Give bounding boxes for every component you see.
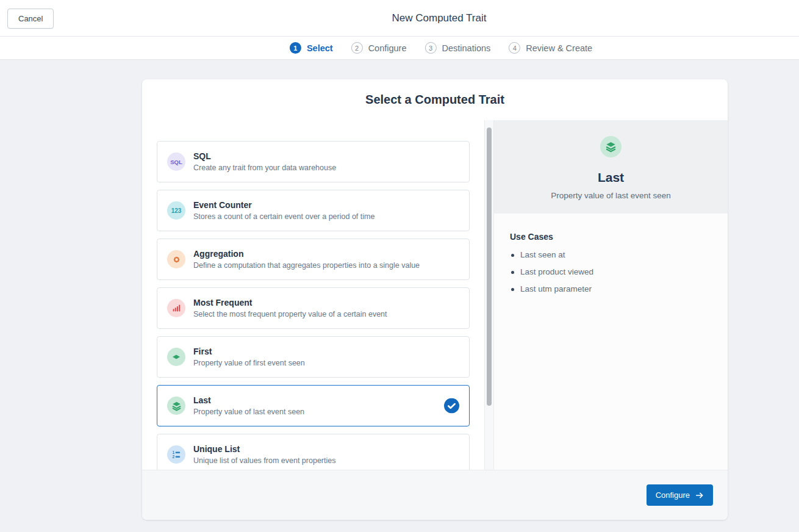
stepper-bar: 1 Select 2 Configure 3 Destinations 4 Re… xyxy=(0,37,799,60)
cancel-button[interactable]: Cancel xyxy=(7,9,54,29)
step-3-label: Destinations xyxy=(442,43,491,53)
trait-description: Stores a count of a certain event over a… xyxy=(193,212,374,221)
step-destinations[interactable]: 3 Destinations xyxy=(425,42,491,54)
step-configure[interactable]: 2 Configure xyxy=(351,42,407,54)
computed-trait-card: Select a Computed Trait SQL SQL Create a… xyxy=(142,79,728,520)
step-3-circle: 3 xyxy=(425,42,437,54)
trait-description: Create any trait from your data warehous… xyxy=(193,164,336,172)
number-123-icon: 123 xyxy=(167,201,185,220)
trait-title: Aggregation xyxy=(193,249,420,259)
layers-icon xyxy=(600,136,622,157)
trait-title: Most Frequent xyxy=(193,298,387,307)
layers-icon xyxy=(167,397,185,415)
list-scrollbar-thumb[interactable] xyxy=(487,128,492,406)
trait-title: Unique List xyxy=(193,444,335,454)
use-case-item: Last product viewed xyxy=(510,267,713,276)
selected-check-icon xyxy=(444,398,459,414)
svg-text:1: 1 xyxy=(173,450,175,455)
trait-detail-panel: Last Property value of last event seen U… xyxy=(494,120,728,470)
card-footer: Configure xyxy=(142,470,728,520)
svg-text:2: 2 xyxy=(173,455,175,459)
configure-button-label: Configure xyxy=(656,491,690,500)
step-review-create[interactable]: 4 Review & Create xyxy=(509,42,592,54)
step-4-label: Review & Create xyxy=(526,43,592,53)
step-2-label: Configure xyxy=(368,43,407,53)
trait-title: First xyxy=(193,347,305,356)
trait-detail-header: Last Property value of last event seen xyxy=(494,120,728,214)
detail-subtitle: Property value of last event seen xyxy=(551,191,671,200)
trait-description: Property value of last event seen xyxy=(193,408,304,416)
stepper: 1 Select 2 Configure 3 Destinations 4 Re… xyxy=(290,42,592,54)
use-cases-section: Use Cases Last seen at Last product view… xyxy=(494,214,728,470)
card-body: SQL SQL Create any trait from your data … xyxy=(142,120,728,470)
arrow-right-icon xyxy=(695,491,704,500)
use-cases-list: Last seen at Last product viewed Last ut… xyxy=(510,250,713,293)
trait-item-aggregation[interactable]: Aggregation Define a computation that ag… xyxy=(157,239,470,280)
use-case-item: Last seen at xyxy=(510,250,713,259)
configure-button[interactable]: Configure xyxy=(647,484,713,506)
trait-title: SQL xyxy=(193,151,336,161)
trait-title: Last xyxy=(193,395,304,405)
trait-list: SQL SQL Create any trait from your data … xyxy=(142,120,484,470)
numbered-list-icon: 1 2 xyxy=(167,445,185,464)
bar-chart-icon xyxy=(167,299,185,317)
trait-item-most-frequent[interactable]: Most Frequent Select the most frequent p… xyxy=(157,287,470,329)
use-cases-heading: Use Cases xyxy=(510,232,713,242)
top-header-bar: Cancel New Computed Trait xyxy=(0,0,799,37)
list-scrollbar-track[interactable] xyxy=(484,120,494,470)
sql-badge-icon: SQL xyxy=(167,153,185,171)
trait-item-sql[interactable]: SQL SQL Create any trait from your data … xyxy=(157,141,470,182)
step-1-label: Select xyxy=(307,43,333,53)
card-title: Select a Computed Trait xyxy=(142,79,728,120)
step-1-circle: 1 xyxy=(290,42,301,54)
trait-item-event-counter[interactable]: 123 Event Counter Stores a count of a ce… xyxy=(157,190,470,231)
trait-description: Define a computation that aggregates pro… xyxy=(193,261,420,270)
trait-item-last[interactable]: Last Property value of last event seen xyxy=(157,385,470,426)
trait-title: Event Counter xyxy=(193,200,374,210)
page-title: New Computed Trait xyxy=(392,12,487,24)
trait-description: Property value of first event seen xyxy=(193,359,305,367)
step-2-circle: 2 xyxy=(351,42,363,54)
trait-description: Unique list of values from event propert… xyxy=(193,456,335,465)
trait-item-unique-list[interactable]: 1 2 Unique List Unique list of values fr… xyxy=(157,434,470,470)
step-4-circle: 4 xyxy=(509,42,520,54)
gear-icon xyxy=(167,250,185,268)
use-case-item: Last utm parameter xyxy=(510,284,713,293)
trait-description: Select the most frequent property value … xyxy=(193,310,387,318)
step-select[interactable]: 1 Select xyxy=(290,42,333,54)
detail-title: Last xyxy=(598,170,624,185)
trait-item-first[interactable]: First Property value of first event seen xyxy=(157,336,470,378)
diamond-icon xyxy=(167,348,185,366)
